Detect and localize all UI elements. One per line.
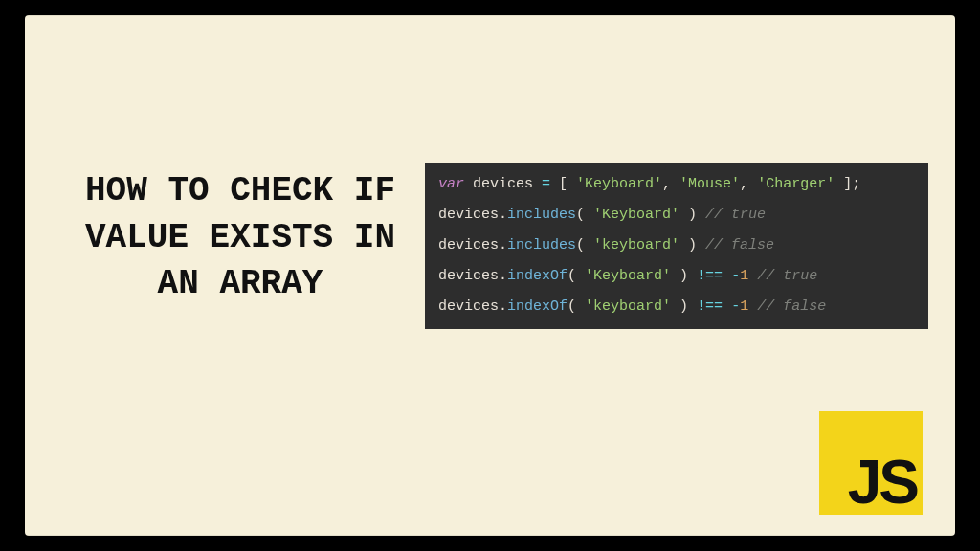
code-block: var devices = [ 'Keyboard', 'Mouse', 'Ch… (425, 163, 928, 329)
token-space (723, 298, 731, 315)
token-punct: ( (576, 237, 593, 253)
token-comment: // true (757, 268, 817, 284)
code-line-1: var devices = [ 'Keyboard', 'Mouse', 'Ch… (438, 176, 917, 193)
token-punct: , (662, 176, 679, 192)
js-logo-text: JS (848, 452, 917, 513)
token-punct: [ (550, 176, 576, 192)
token-string: 'Keyboard' (576, 176, 662, 192)
token-punct: ]; (835, 176, 860, 192)
token-comment: // false (705, 237, 774, 253)
token-space (748, 268, 757, 284)
token-string: 'keyboard' (585, 298, 671, 315)
token-ident: devices (438, 268, 499, 284)
code-line-3: devices.includes( 'keyboard' ) // false (438, 237, 917, 254)
token-operator: = (542, 176, 550, 192)
token-string: 'Charger' (757, 176, 835, 192)
token-punct: ( (576, 207, 593, 223)
token-punct: . (499, 237, 507, 253)
token-method: includes (507, 207, 576, 223)
token-punct: ( (568, 298, 585, 315)
token-ident: devices (438, 298, 499, 315)
token-string: 'Keyboard' (593, 207, 679, 223)
js-logo: JS (819, 411, 923, 515)
token-punct: ) (671, 268, 697, 284)
token-operator: - (731, 268, 740, 284)
token-ident: devices (464, 176, 542, 192)
token-operator: - (731, 298, 740, 315)
slide-title: HOW TO CHECK IF VALUE EXISTS IN AN ARRAY (78, 168, 403, 308)
token-method: indexOf (507, 268, 568, 284)
token-space (748, 298, 757, 315)
token-keyword: var (438, 176, 464, 192)
token-comment: // false (757, 298, 826, 315)
token-string: 'Mouse' (679, 176, 740, 192)
token-string: 'keyboard' (593, 237, 679, 253)
token-punct: . (499, 268, 507, 284)
token-punct: ( (568, 268, 585, 284)
token-punct: ) (679, 207, 705, 223)
code-line-2: devices.includes( 'Keyboard' ) // true (438, 207, 917, 224)
token-ident: devices (438, 237, 499, 253)
token-punct: ) (671, 298, 697, 315)
token-method: includes (507, 237, 576, 253)
token-number: 1 (740, 268, 748, 284)
token-punct: , (740, 176, 757, 192)
token-comment: // true (705, 207, 766, 223)
token-space (723, 268, 731, 284)
token-operator: !== (697, 268, 723, 284)
token-punct: . (499, 298, 507, 315)
token-method: indexOf (507, 298, 568, 315)
code-line-5: devices.indexOf( 'keyboard' ) !== -1 // … (438, 298, 917, 316)
token-ident: devices (438, 207, 499, 223)
token-punct: ) (679, 237, 705, 253)
token-number: 1 (740, 298, 748, 315)
code-line-4: devices.indexOf( 'Keyboard' ) !== -1 // … (438, 268, 917, 285)
token-punct: . (499, 207, 507, 223)
token-operator: !== (697, 298, 723, 315)
slide-frame: HOW TO CHECK IF VALUE EXISTS IN AN ARRAY… (25, 15, 955, 536)
token-string: 'Keyboard' (585, 268, 671, 284)
